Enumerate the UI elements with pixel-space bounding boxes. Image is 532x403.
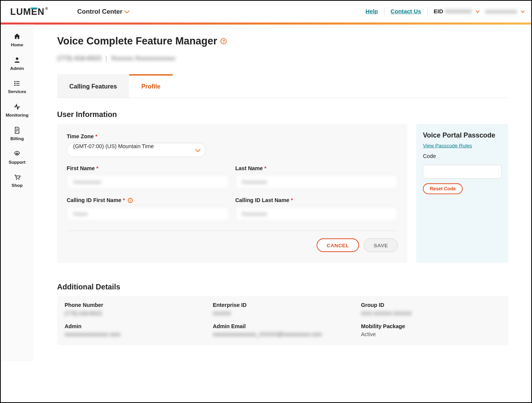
- cid-first-label: Calling ID First Name * i: [67, 197, 229, 203]
- cid-first-input[interactable]: [67, 207, 229, 221]
- topbar: LUMEN® Control Center Help Contact Us EI…: [1, 1, 532, 22]
- page-title: Voice Complete Feature Manager ?: [57, 35, 508, 47]
- svg-rect-2: [16, 81, 19, 82]
- lumen-logo: LUMEN®: [10, 6, 48, 17]
- svg-rect-6: [16, 85, 19, 86]
- phone-value: (773) 418-6523: [65, 310, 205, 316]
- cancel-button[interactable]: CANCEL: [316, 239, 359, 252]
- sidebar-item-support[interactable]: Support: [1, 146, 33, 169]
- reset-code-button[interactable]: Reset Code: [423, 183, 463, 194]
- passcode-panel: Voice Portal Passcode View Passcode Rule…: [416, 124, 508, 263]
- info-icon[interactable]: i: [127, 198, 132, 203]
- first-name-label: First Name *: [67, 165, 229, 171]
- svg-point-5: [14, 85, 16, 86]
- phone-label: Phone Number: [65, 302, 205, 308]
- user-info-heading: User Information: [57, 110, 508, 119]
- cid-last-label: Calling ID Last Name *: [235, 197, 398, 203]
- svg-point-1: [14, 81, 16, 82]
- passcode-heading: Voice Portal Passcode: [423, 131, 502, 139]
- control-center-dropdown[interactable]: Control Center: [77, 8, 129, 16]
- sidebar-item-home[interactable]: Home: [1, 28, 33, 52]
- admin-email-value: xxxxxxxxxxxxxxxx_XXXXX@xxxxxxxxxx.com: [213, 332, 353, 338]
- sidebar-item-admin[interactable]: Admin: [1, 52, 33, 76]
- admin-label: Admin: [65, 323, 205, 329]
- gear-icon: [13, 150, 21, 158]
- activity-icon: [13, 103, 21, 111]
- main-content: Voice Complete Feature Manager ? (773) 4…: [33, 25, 532, 361]
- last-name-input[interactable]: [235, 175, 398, 189]
- tab-profile[interactable]: Profile: [129, 74, 173, 98]
- first-name-input[interactable]: [67, 175, 229, 189]
- sidebar-item-shop[interactable]: Shop: [1, 169, 33, 193]
- sidebar-item-services[interactable]: Services: [1, 76, 33, 99]
- cid-last-input[interactable]: [235, 207, 398, 221]
- help-icon[interactable]: ?: [220, 38, 227, 44]
- timezone-select[interactable]: (GMT-07:00) (US) Mountain Time: [67, 143, 206, 157]
- user-icon: [13, 56, 21, 64]
- code-label: Code: [423, 153, 502, 160]
- enterprise-id-value: XXXXX: [213, 310, 353, 316]
- svg-point-3: [14, 83, 16, 84]
- svg-point-8: [16, 179, 17, 180]
- invoice-icon: [13, 126, 21, 134]
- sidebar-item-monitoring[interactable]: Monitoring: [1, 99, 33, 123]
- list-icon: [13, 80, 21, 87]
- additional-details-heading: Additional Details: [57, 283, 508, 291]
- subtitle: (773) 418-6523|Xxxxxx Xxxxxxxxxxx: [57, 54, 508, 62]
- sidebar-item-billing[interactable]: Billing: [1, 122, 33, 146]
- save-button[interactable]: SAVE: [364, 239, 398, 252]
- help-link[interactable]: Help: [365, 8, 378, 15]
- svg-rect-4: [16, 83, 19, 84]
- timezone-label: Time Zone *: [67, 133, 398, 139]
- additional-details-panel: Phone Number(773) 418-6523 Enterprise ID…: [57, 296, 508, 345]
- sidebar: Home Admin Services Monitoring Billing S…: [1, 25, 33, 361]
- svg-point-0: [16, 57, 19, 60]
- user-info-panel: Time Zone * (GMT-07:00) (US) Mountain Ti…: [57, 124, 408, 263]
- home-icon: [13, 33, 21, 40]
- chevron-down-icon: [475, 9, 479, 13]
- enterprise-id-label: Enterprise ID: [213, 302, 353, 308]
- group-id-value: XXX-XXXXX-XXXXX: [361, 310, 501, 316]
- tabs: Calling Features Profile: [57, 74, 508, 98]
- admin-value: xxxxxxxxxxxxxxxx xxxx: [65, 332, 205, 338]
- admin-email-label: Admin Email: [213, 323, 353, 329]
- passcode-rules-link[interactable]: View Passcode Rules: [423, 142, 472, 148]
- user-dropdown[interactable]: xxxxxxxxxx: [485, 8, 524, 15]
- tab-calling-features[interactable]: Calling Features: [57, 74, 129, 98]
- contact-us-link[interactable]: Contact Us: [390, 8, 421, 15]
- chevron-down-icon: [124, 8, 130, 13]
- group-id-label: Group ID: [361, 302, 501, 308]
- code-input[interactable]: [423, 165, 502, 179]
- cart-icon: [13, 174, 21, 181]
- chevron-down-icon: [521, 9, 525, 13]
- svg-point-9: [19, 179, 19, 180]
- last-name-label: Last Name *: [235, 165, 398, 171]
- mobility-value: Active: [361, 332, 501, 338]
- eid-dropdown[interactable]: EID XXXXXXX: [434, 8, 479, 15]
- mobility-label: Mobility Package: [361, 323, 501, 329]
